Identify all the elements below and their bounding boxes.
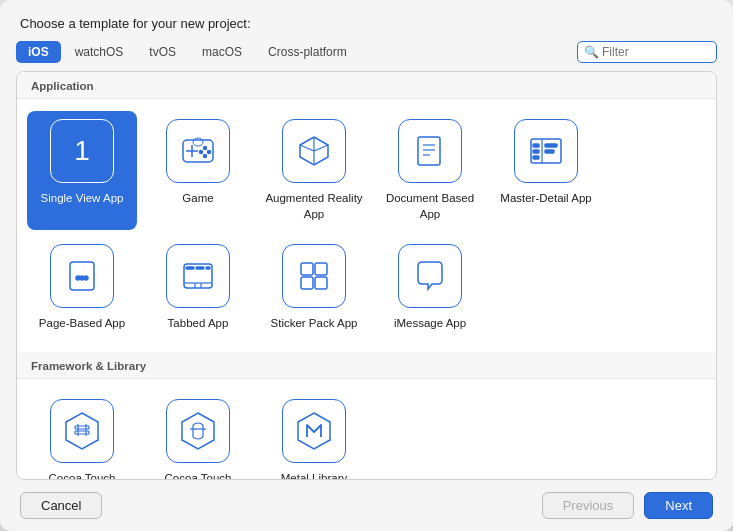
tab-crossplatform[interactable]: Cross-platform — [256, 41, 359, 63]
project-template-dialog: Choose a template for your new project: … — [0, 0, 733, 531]
svg-rect-19 — [545, 150, 554, 153]
svg-rect-39 — [75, 426, 89, 429]
template-tabbed-app[interactable]: Tabbed App — [143, 236, 253, 340]
svg-rect-12 — [418, 137, 440, 165]
imessage-app-icon — [398, 244, 462, 308]
imessage-app-label: iMessage App — [394, 316, 466, 332]
template-content-area: Application 1 Single View App — [16, 71, 717, 480]
template-cocoa-touch-static-library[interactable]: Cocoa Touch Static Library — [143, 391, 253, 480]
cancel-button[interactable]: Cancel — [20, 492, 102, 519]
svg-rect-33 — [206, 267, 210, 269]
ar-app-icon — [282, 119, 346, 183]
svg-line-9 — [314, 145, 328, 151]
footer-right: Previous Next — [542, 492, 713, 519]
cocoa-touch-framework-icon — [50, 399, 114, 463]
application-grid: 1 Single View App — [17, 99, 716, 352]
metal-library-icon — [282, 399, 346, 463]
template-game[interactable]: Game — [143, 111, 253, 230]
svg-rect-40 — [75, 431, 89, 434]
template-imessage-app[interactable]: iMessage App — [375, 236, 485, 340]
search-icon: 🔍 — [584, 45, 599, 59]
svg-point-26 — [84, 276, 88, 280]
cocoa-touch-static-library-icon — [166, 399, 230, 463]
svg-rect-32 — [196, 267, 204, 269]
template-cocoa-touch-framework[interactable]: Cocoa Touch Framework — [27, 391, 137, 480]
cocoa-touch-static-library-label: Cocoa Touch Static Library — [149, 471, 247, 480]
filter-wrap: 🔍 — [577, 41, 717, 63]
master-detail-app-label: Master-Detail App — [500, 191, 591, 207]
next-button[interactable]: Next — [644, 492, 713, 519]
svg-rect-22 — [533, 156, 539, 159]
svg-rect-21 — [533, 150, 539, 153]
application-section-header: Application — [17, 72, 716, 99]
metal-library-label: Metal Library — [281, 471, 347, 480]
template-page-based-app[interactable]: Page-Based App — [27, 236, 137, 340]
sticker-pack-app-label: Sticker Pack App — [271, 316, 358, 332]
previous-button[interactable]: Previous — [542, 492, 635, 519]
dialog-footer: Cancel Previous Next — [0, 480, 733, 531]
tab-ios[interactable]: iOS — [16, 41, 61, 63]
template-ar-app[interactable]: Augmented Reality App — [259, 111, 369, 230]
cocoa-touch-framework-label: Cocoa Touch Framework — [33, 471, 131, 480]
template-document-based-app[interactable]: Document Based App — [375, 111, 485, 230]
single-view-app-label: Single View App — [41, 191, 124, 207]
platform-tab-bar: iOS watchOS tvOS macOS Cross-platform 🔍 — [0, 41, 733, 71]
framework-section-header: Framework & Library — [17, 352, 716, 379]
template-single-view-app[interactable]: 1 Single View App — [27, 111, 137, 230]
svg-point-5 — [204, 155, 207, 158]
page-based-app-icon — [50, 244, 114, 308]
svg-rect-37 — [315, 277, 327, 289]
svg-point-7 — [193, 138, 203, 146]
dialog-title: Choose a template for your new project: — [0, 0, 733, 41]
svg-rect-20 — [533, 144, 539, 147]
svg-rect-34 — [301, 263, 313, 275]
game-icon — [166, 119, 230, 183]
tabbed-app-label: Tabbed App — [168, 316, 229, 332]
tab-tvos[interactable]: tvOS — [137, 41, 188, 63]
template-metal-library[interactable]: Metal Library — [259, 391, 369, 480]
svg-point-3 — [204, 147, 207, 150]
svg-line-8 — [300, 145, 314, 151]
svg-rect-31 — [186, 267, 194, 269]
tab-watchos[interactable]: watchOS — [63, 41, 136, 63]
svg-rect-35 — [315, 263, 327, 275]
single-view-app-icon: 1 — [50, 119, 114, 183]
svg-point-6 — [200, 151, 203, 154]
ar-app-label: Augmented Reality App — [265, 191, 363, 222]
template-sticker-pack-app[interactable]: Sticker Pack App — [259, 236, 369, 340]
svg-marker-43 — [182, 413, 214, 449]
sticker-pack-app-icon — [282, 244, 346, 308]
tabbed-app-icon — [166, 244, 230, 308]
page-based-app-label: Page-Based App — [39, 316, 125, 332]
template-master-detail-app[interactable]: Master-Detail App — [491, 111, 601, 230]
framework-grid: Cocoa Touch Framework Cocoa Touch Static… — [17, 379, 716, 480]
svg-rect-18 — [545, 144, 557, 147]
document-based-app-label: Document Based App — [381, 191, 479, 222]
tab-macos[interactable]: macOS — [190, 41, 254, 63]
document-based-app-icon — [398, 119, 462, 183]
svg-rect-36 — [301, 277, 313, 289]
master-detail-app-icon — [514, 119, 578, 183]
game-label: Game — [182, 191, 213, 207]
svg-point-4 — [208, 151, 211, 154]
